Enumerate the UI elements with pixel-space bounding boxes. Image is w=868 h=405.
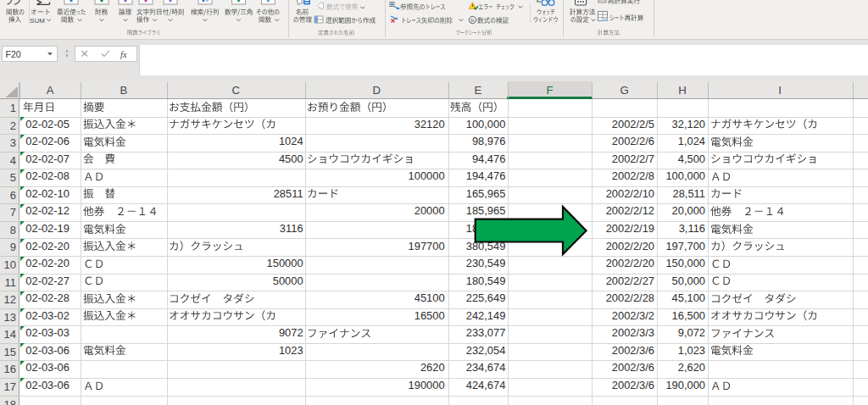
svg-text:fx: fx [470,17,475,23]
svg-text:fx: fx [120,50,127,59]
